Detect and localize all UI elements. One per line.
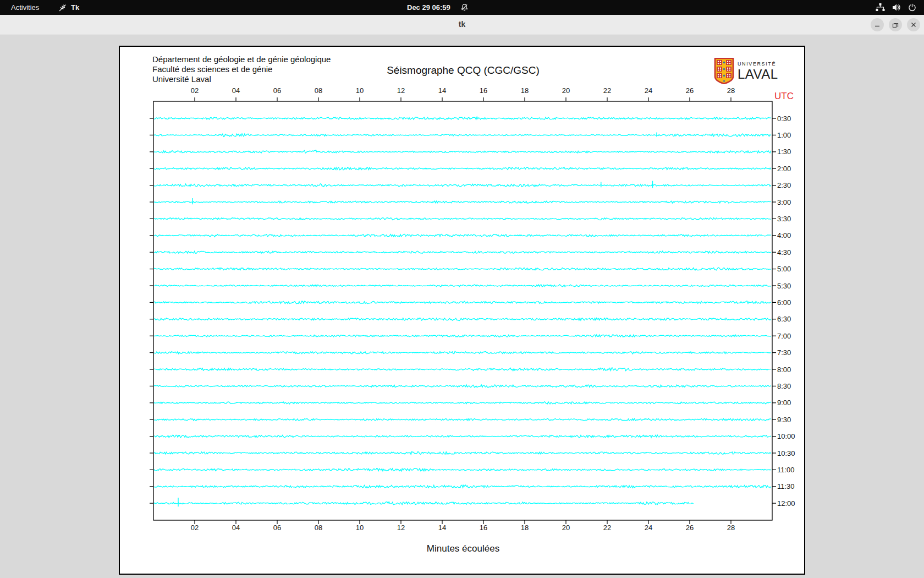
x-tick-bottom-10: 10 bbox=[353, 524, 367, 532]
utc-row-label-7:30: 7:30 bbox=[777, 348, 791, 357]
utc-row-label-9:00: 9:00 bbox=[777, 399, 791, 407]
system-top-bar: Activities Tk Dec 29 06:59 bbox=[0, 0, 924, 15]
x-tick-bottom-28: 28 bbox=[724, 524, 738, 532]
x-axis-title: Minutes écoulées bbox=[120, 543, 806, 554]
x-tick-top-04: 04 bbox=[229, 86, 243, 95]
utc-row-label-7:00: 7:00 bbox=[777, 332, 791, 340]
x-tick-bottom-06: 06 bbox=[270, 524, 284, 532]
utc-row-label-4:00: 4:00 bbox=[777, 231, 791, 239]
x-tick-top-24: 24 bbox=[641, 86, 656, 95]
x-tick-bottom-26: 26 bbox=[683, 524, 697, 532]
utc-row-label-5:30: 5:30 bbox=[777, 282, 791, 290]
x-tick-top-08: 08 bbox=[311, 86, 326, 95]
utc-row-label-2:30: 2:30 bbox=[777, 181, 791, 189]
x-tick-top-02: 02 bbox=[188, 86, 202, 95]
power-icon bbox=[908, 3, 916, 12]
utc-row-label-3:30: 3:30 bbox=[777, 215, 791, 223]
utc-row-label-3:00: 3:00 bbox=[777, 198, 791, 206]
x-tick-top-12: 12 bbox=[394, 86, 408, 95]
close-icon bbox=[910, 21, 917, 28]
x-tick-top-26: 26 bbox=[683, 86, 697, 95]
utc-row-label-8:30: 8:30 bbox=[777, 382, 791, 390]
app-name-label: Tk bbox=[71, 3, 79, 12]
x-tick-bottom-20: 20 bbox=[559, 524, 573, 532]
x-tick-bottom-18: 18 bbox=[518, 524, 532, 532]
focused-app-menu[interactable]: Tk bbox=[58, 3, 79, 12]
minimize-icon bbox=[874, 21, 881, 28]
utc-row-label-9:30: 9:30 bbox=[777, 416, 791, 424]
utc-row-label-2:00: 2:00 bbox=[777, 165, 791, 173]
clock-menu[interactable]: Dec 29 06:59 bbox=[407, 3, 469, 12]
window-title: tk bbox=[0, 20, 924, 29]
seismograph-window: Département de géologie et de génie géol… bbox=[119, 46, 805, 575]
tk-feather-icon bbox=[58, 3, 67, 12]
x-tick-top-20: 20 bbox=[559, 86, 573, 95]
x-tick-bottom-04: 04 bbox=[229, 524, 243, 532]
close-button[interactable] bbox=[907, 18, 920, 31]
utc-row-label-1:30: 1:30 bbox=[777, 148, 791, 156]
utc-axis-title: UTC bbox=[774, 91, 794, 102]
desktop: { "top_bar": { "activities_label": "Acti… bbox=[0, 0, 924, 578]
x-tick-bottom-14: 14 bbox=[435, 524, 449, 532]
x-tick-bottom-02: 02 bbox=[188, 524, 202, 532]
utc-row-label-4:30: 4:30 bbox=[777, 248, 791, 257]
system-status-area[interactable] bbox=[876, 3, 916, 12]
restore-icon bbox=[892, 21, 899, 28]
notifications-off-icon bbox=[460, 3, 469, 12]
activities-button[interactable]: Activities bbox=[8, 2, 42, 13]
clock-label: Dec 29 06:59 bbox=[407, 3, 450, 12]
utc-row-label-12:00: 12:00 bbox=[777, 499, 795, 508]
x-tick-top-10: 10 bbox=[353, 86, 367, 95]
x-tick-top-18: 18 bbox=[518, 86, 532, 95]
x-tick-top-06: 06 bbox=[270, 86, 284, 95]
utc-row-label-8:00: 8:00 bbox=[777, 366, 791, 374]
x-tick-bottom-24: 24 bbox=[641, 524, 656, 532]
seismogram-plot bbox=[120, 47, 804, 574]
utc-row-label-5:00: 5:00 bbox=[777, 265, 791, 273]
window-title-bar: tk bbox=[0, 15, 924, 35]
utc-row-label-11:30: 11:30 bbox=[777, 482, 795, 490]
x-tick-bottom-22: 22 bbox=[600, 524, 614, 532]
utc-row-label-0:30: 0:30 bbox=[777, 114, 791, 123]
utc-row-label-6:00: 6:00 bbox=[777, 298, 791, 307]
utc-row-label-6:30: 6:30 bbox=[777, 315, 791, 323]
x-tick-bottom-16: 16 bbox=[476, 524, 491, 532]
utc-row-label-10:30: 10:30 bbox=[777, 449, 795, 457]
utc-row-label-1:00: 1:00 bbox=[777, 131, 791, 139]
x-tick-top-16: 16 bbox=[476, 86, 491, 95]
x-tick-top-22: 22 bbox=[600, 86, 614, 95]
x-tick-top-28: 28 bbox=[724, 86, 738, 95]
x-tick-bottom-12: 12 bbox=[394, 524, 408, 532]
x-tick-top-14: 14 bbox=[435, 86, 449, 95]
network-icon bbox=[876, 3, 885, 12]
maximize-button[interactable] bbox=[889, 18, 902, 31]
utc-row-label-10:00: 10:00 bbox=[777, 432, 795, 440]
utc-row-label-11:00: 11:00 bbox=[777, 466, 795, 474]
volume-icon bbox=[892, 3, 901, 12]
minimize-button[interactable] bbox=[871, 18, 884, 31]
x-tick-bottom-08: 08 bbox=[311, 524, 326, 532]
